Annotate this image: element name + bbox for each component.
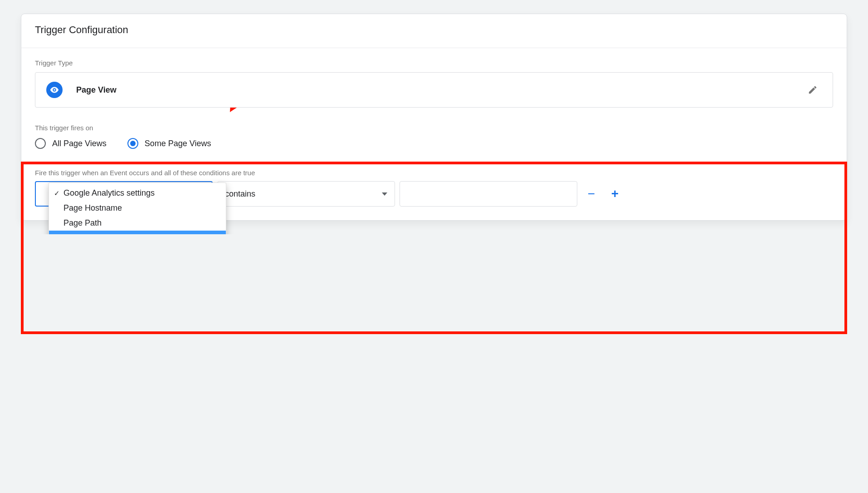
conditions-block: Fire this trigger when an Event occurs a… (35, 169, 833, 207)
trigger-type-left: Page View (46, 82, 117, 98)
trigger-type-box[interactable]: Page View (35, 72, 833, 108)
svg-marker-0 (221, 108, 257, 117)
fires-on-label: This trigger fires on (35, 124, 833, 132)
dropdown-item-label: Page Path (63, 218, 102, 228)
add-condition-button[interactable]: + (605, 184, 624, 203)
variable-dropdown-panel[interactable]: ✓Google Analytics settingsPage HostnameP… (49, 182, 226, 234)
dropdown-item[interactable]: Page URL (49, 231, 226, 234)
dropdown-item[interactable]: Page Hostname (49, 201, 226, 216)
operator-select-value: contains (225, 189, 255, 199)
dropdown-item-label: Page Hostname (63, 203, 122, 213)
dropdown-item[interactable]: ✓Google Analytics settings (49, 186, 226, 201)
check-icon: ✓ (53, 189, 61, 197)
radio-circle-icon (35, 138, 46, 149)
page-view-icon (46, 82, 63, 98)
edit-trigger-type-button[interactable] (804, 81, 822, 99)
condition-value-input[interactable] (400, 181, 577, 207)
dropdown-item-label: Page URL (63, 233, 101, 234)
radio-all-page-views[interactable]: All Page Views (35, 138, 107, 149)
card-header: Trigger Configuration (21, 14, 847, 48)
trigger-config-card: Trigger Configuration Trigger Type Page … (21, 14, 847, 221)
trigger-type-label: Trigger Type (35, 59, 833, 67)
pencil-icon (808, 85, 818, 95)
radio-label: Some Page Views (145, 139, 211, 148)
radio-some-page-views[interactable]: Some Page Views (127, 138, 211, 149)
dropdown-item-label: Google Analytics settings (63, 188, 155, 198)
chevron-down-icon (382, 192, 387, 196)
dropdown-item[interactable]: Page Path (49, 216, 226, 231)
remove-condition-button[interactable]: − (582, 184, 601, 203)
card-body: Trigger Type Page View This trigger fire… (21, 48, 847, 220)
card-title: Trigger Configuration (35, 24, 833, 36)
radio-label: All Page Views (52, 139, 107, 148)
annotation-arrow-icon (203, 108, 257, 171)
trigger-type-name: Page View (76, 85, 117, 95)
fires-on-radio-group: All Page Views Some Page Views (35, 138, 833, 149)
operator-select[interactable]: contains (217, 181, 395, 207)
conditions-label: Fire this trigger when an Event occurs a… (35, 169, 833, 177)
radio-circle-selected-icon (127, 138, 138, 149)
